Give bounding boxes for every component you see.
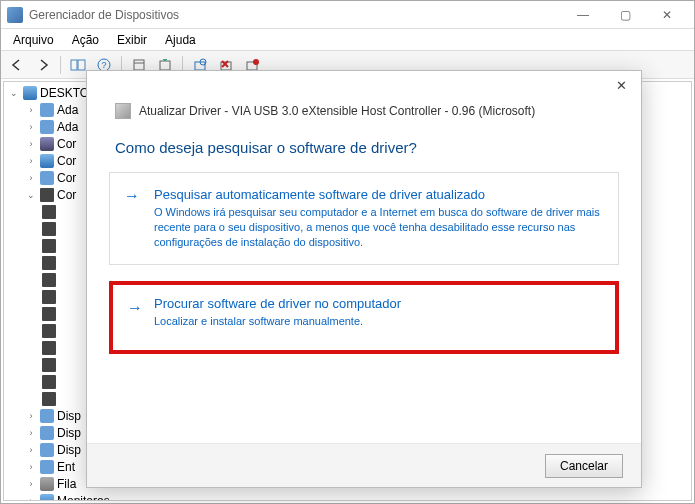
expand-icon[interactable]: › xyxy=(25,427,37,439)
adapter-icon xyxy=(40,120,54,134)
tree-label: Monitores xyxy=(57,494,110,502)
svg-point-13 xyxy=(253,59,259,65)
svg-text:?: ? xyxy=(102,60,107,70)
dialog-title: Atualizar Driver - VIA USB 3.0 eXtensibl… xyxy=(139,104,535,118)
menubar: Arquivo Ação Exibir Ajuda xyxy=(1,29,694,51)
usb-icon xyxy=(42,256,56,270)
tree-label: Ada xyxy=(57,120,78,134)
usb-icon xyxy=(42,341,56,355)
dialog-footer: Cancelar xyxy=(87,443,641,487)
dialog-question: Como deseja pesquisar o software de driv… xyxy=(87,125,641,166)
maximize-button[interactable]: ▢ xyxy=(604,2,646,28)
usb-icon xyxy=(42,273,56,287)
device-icon xyxy=(40,426,54,440)
window-title: Gerenciador de Dispositivos xyxy=(29,8,562,22)
tree-label: Cor xyxy=(57,137,76,151)
expand-icon[interactable]: › xyxy=(25,121,37,133)
expand-icon[interactable]: › xyxy=(25,495,37,502)
dialog-titlebar: ✕ xyxy=(87,71,641,99)
svg-rect-1 xyxy=(78,60,85,70)
port-icon xyxy=(40,137,54,151)
tree-label: Fila xyxy=(57,477,76,491)
menu-view[interactable]: Exibir xyxy=(109,31,155,49)
tree-label: Ada xyxy=(57,103,78,117)
tree-label: Ent xyxy=(57,460,75,474)
collapse-icon[interactable]: ⌄ xyxy=(25,189,37,201)
update-driver-dialog: ✕ Atualizar Driver - VIA USB 3.0 eXtensi… xyxy=(86,70,642,488)
expand-icon[interactable]: › xyxy=(25,155,37,167)
close-button[interactable]: ✕ xyxy=(646,2,688,28)
svg-rect-4 xyxy=(134,60,144,70)
usb-icon xyxy=(42,222,56,236)
cancel-button[interactable]: Cancelar xyxy=(545,454,623,478)
usb-icon xyxy=(42,290,56,304)
expand-icon[interactable]: › xyxy=(25,478,37,490)
dialog-close-button[interactable]: ✕ xyxy=(601,72,641,98)
computer-icon xyxy=(23,86,37,100)
tree-label: Disp xyxy=(57,409,81,423)
menu-file[interactable]: Arquivo xyxy=(5,31,62,49)
menu-action[interactable]: Ação xyxy=(64,31,107,49)
usb-icon xyxy=(42,239,56,253)
tree-label: Disp xyxy=(57,443,81,457)
expand-icon[interactable]: › xyxy=(25,138,37,150)
expand-icon[interactable]: › xyxy=(25,444,37,456)
option-description: Localizar e instalar software manualment… xyxy=(154,314,602,329)
tree-label: DESKTO xyxy=(40,86,89,100)
tree-label: Disp xyxy=(57,426,81,440)
tree-item[interactable]: ›Monitores xyxy=(8,492,687,501)
tree-label: Cor xyxy=(57,154,76,168)
expand-icon[interactable]: › xyxy=(25,410,37,422)
expand-icon[interactable]: › xyxy=(25,104,37,116)
dialog-header: Atualizar Driver - VIA USB 3.0 eXtensibl… xyxy=(87,99,641,125)
separator xyxy=(60,56,61,74)
usb-icon xyxy=(42,392,56,406)
option-description: O Windows irá pesquisar seu computador e… xyxy=(154,205,602,250)
app-icon xyxy=(7,7,23,23)
computer-icon xyxy=(40,154,54,168)
device-icon xyxy=(40,409,54,423)
arrow-right-icon: → xyxy=(124,189,140,203)
dialog-options: → Pesquisar automaticamente software de … xyxy=(87,166,641,360)
expand-icon[interactable]: › xyxy=(25,461,37,473)
svg-rect-0 xyxy=(71,60,77,70)
usb-icon xyxy=(42,358,56,372)
forward-button[interactable] xyxy=(31,54,55,76)
usb-icon xyxy=(42,324,56,338)
tree-label: Cor xyxy=(57,188,76,202)
usb-icon xyxy=(40,188,54,202)
menu-help[interactable]: Ajuda xyxy=(157,31,204,49)
usb-icon xyxy=(42,375,56,389)
svg-rect-6 xyxy=(160,61,170,70)
usb-icon xyxy=(42,307,56,321)
expand-icon[interactable]: › xyxy=(25,172,37,184)
monitor-icon xyxy=(40,494,54,502)
option-title: Procurar software de driver no computado… xyxy=(154,296,602,311)
collapse-icon[interactable]: ⌄ xyxy=(8,87,20,99)
option-browse-computer[interactable]: → Procurar software de driver no computa… xyxy=(109,281,619,355)
driver-icon xyxy=(115,103,131,119)
usb-icon xyxy=(42,205,56,219)
tree-label: Cor xyxy=(57,171,76,185)
adapter-icon xyxy=(40,103,54,117)
back-button[interactable] xyxy=(5,54,29,76)
controller-icon xyxy=(40,171,54,185)
titlebar: Gerenciador de Dispositivos — ▢ ✕ xyxy=(1,1,694,29)
keyboard-icon xyxy=(40,460,54,474)
window-controls: — ▢ ✕ xyxy=(562,2,688,28)
print-queue-icon xyxy=(40,477,54,491)
device-icon xyxy=(40,443,54,457)
arrow-right-icon: → xyxy=(127,301,143,315)
option-title: Pesquisar automaticamente software de dr… xyxy=(154,187,602,202)
option-search-automatically[interactable]: → Pesquisar automaticamente software de … xyxy=(109,172,619,265)
minimize-button[interactable]: — xyxy=(562,2,604,28)
